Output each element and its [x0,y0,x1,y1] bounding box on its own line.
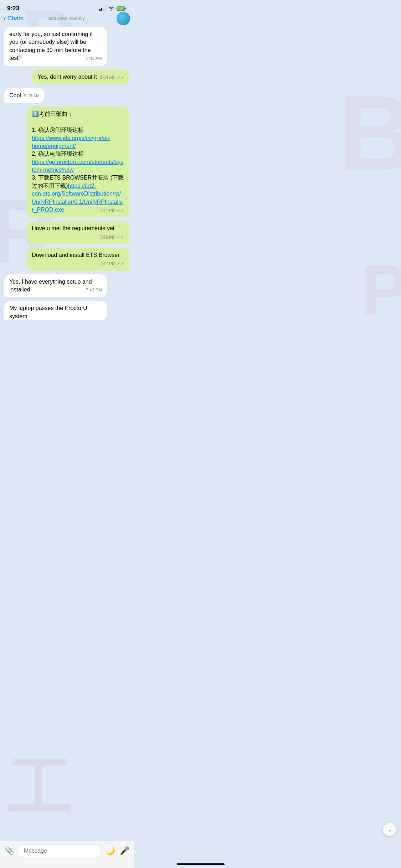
message-text: Have u met the requirements yet [32,225,114,231]
message-time: 9:04 AM ✓✓ [100,74,124,81]
svg-rect-5 [125,8,126,9]
status-bar: 9:23 ⚡ [0,0,134,14]
bubble-outgoing: Yes, dont worry about it 9:04 AM ✓✓ [32,69,129,84]
chat-area: early for you, so just confirming if you… [0,24,134,356]
back-label: Chats [7,15,23,22]
message-text: 1️⃣考前三部曲： 1. 确认房间环境达标 https://www.ets.or… [32,111,124,213]
back-chevron-icon: ‹ [4,14,6,22]
status-icons: ⚡ [99,6,127,11]
message-text: Cool [9,92,21,98]
wifi-icon [108,6,114,11]
message-text: Yes, I have everything setup and install… [9,279,92,293]
message-time: 7:42 PM ✓✓ [99,260,124,267]
message-2: Yes, dont worry about it 9:04 AM ✓✓ [4,69,129,84]
message-time: 7:43 PM [86,287,102,293]
check-marks: ✓✓ [117,234,124,241]
link-proctoru[interactable]: https://go.proctoru.com/students/system-… [32,159,123,173]
message-3: Cool 9:29 AM [4,88,129,103]
battery-icon: ⚡ [117,6,127,11]
message-1: early for you, so just confirming if you… [4,27,129,66]
message-time: 9:29 AM [24,93,40,99]
message-text: early for you, so just confirming if you… [9,31,93,61]
nav-bar: ‹ Chats last seen recently [0,14,134,24]
nav-subtitle: last seen recently [49,16,85,21]
bubble-incoming: Yes, I have everything setup and install… [4,274,107,298]
signal-icon [99,6,106,11]
message-text: Yes, dont worry about it [37,74,97,80]
message-5: Have u met the requirements yet 7:42 PM … [4,221,129,244]
message-text: Download and install ETS Browser [32,252,119,258]
avatar-image [117,12,130,25]
message-text: My laptop passes the ProctorU system [9,305,87,319]
bubble-outgoing: Have u met the requirements yet 7:42 PM … [27,221,129,244]
svg-rect-3 [105,6,106,11]
svg-rect-1 [101,8,102,11]
svg-rect-0 [99,9,101,11]
message-7: Yes, I have everything setup and install… [4,274,129,298]
back-button[interactable]: ‹ Chats [4,14,23,22]
message-6: Download and install ETS Browser 7:42 PM… [4,248,129,271]
message-time: 7:42 PM ✓✓ [99,234,124,241]
avatar[interactable] [117,12,130,25]
bubble-incoming: Cool 9:29 AM [4,88,45,103]
check-marks: ✓✓ [117,260,124,267]
message-time: 7:42 PM ✓✓ [99,207,124,214]
bubble-outgoing-links: 1️⃣考前三部曲： 1. 确认房间环境达标 https://www.ets.or… [27,107,129,217]
bubble-incoming: early for you, so just confirming if you… [4,27,107,66]
message-8: My laptop passes the ProctorU system [4,301,129,320]
check-marks: ✓✓ [117,74,124,81]
message-4: 1️⃣考前三部曲： 1. 确认房间环境达标 https://www.ets.or… [4,107,129,217]
bubble-incoming-truncated: My laptop passes the ProctorU system [4,301,107,320]
check-marks: ✓✓ [117,207,124,214]
message-time: 8:43 AM [86,56,102,62]
svg-text:⚡: ⚡ [119,7,124,11]
status-time: 9:23 [7,5,19,12]
link-ets-room[interactable]: https://www.ets.org/s/cv/gre/at-home/equ… [32,135,110,149]
svg-rect-2 [103,7,104,11]
bubble-outgoing: Download and install ETS Browser 7:42 PM… [27,248,129,271]
